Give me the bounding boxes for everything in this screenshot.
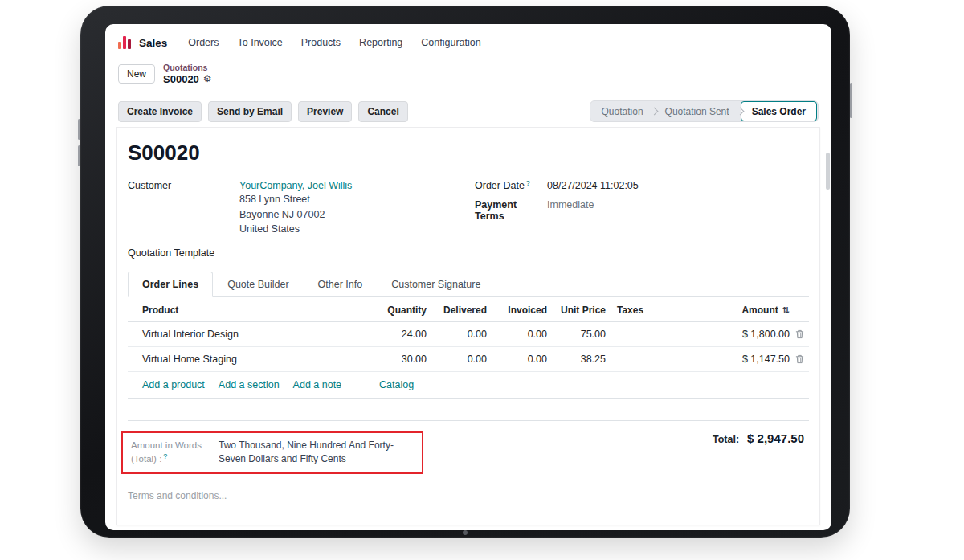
amount-in-words-highlight: Amount in Words (Total) :? Two Thousand,… [121,431,423,474]
volume-up-button [78,119,80,140]
amount-in-words-label: Amount in Words (Total) :? [131,439,209,467]
order-details-column: Order Date? 08/27/2024 11:02:05 Payment … [475,180,809,259]
add-note-link[interactable]: Add a note [293,379,341,390]
main-menu: Orders To Invoice Products Reporting Con… [188,37,480,48]
amount-in-words-value: Two Thousand, Nine Hundred And Forty-Sev… [219,439,414,467]
order-date-field: Order Date? 08/27/2024 11:02:05 [475,180,809,191]
total-value: $ 2,947.50 [747,431,804,445]
customer-address-line: Bayonne NJ 07002 [239,209,352,222]
payment-terms-field: Payment Terms Immediate [475,199,809,222]
order-total: Total: $ 2,947.50 [713,431,804,445]
customer-column: Customer YourCompany, Joel Willis 858 Ly… [128,180,475,259]
breadcrumb-quotations[interactable]: Quotations [163,63,212,73]
col-delivered[interactable]: Delivered [427,305,487,316]
app-switcher[interactable]: Sales [118,36,167,49]
add-section-link[interactable]: Add a section [219,379,280,390]
cell-quantity[interactable]: 30.00 [370,354,427,365]
help-icon[interactable]: ? [526,179,530,187]
order-line-row[interactable]: Virtual Interior Design 24.00 0.00 0.00 … [128,322,809,347]
app-window: Sales Orders To Invoice Products Reporti… [105,24,831,530]
status-sales-order[interactable]: Sales Order [741,101,817,121]
top-navbar: Sales Orders To Invoice Products Reporti… [105,24,831,61]
cell-amount: $ 1,147.50 [708,354,790,365]
breadcrumb-bar: New Quotations S00020 ⚙ [105,61,831,92]
cell-invoiced[interactable]: 0.00 [487,354,547,365]
cell-invoiced[interactable]: 0.00 [487,329,547,340]
menu-to-invoice[interactable]: To Invoice [237,37,282,48]
table-footer-links: Add a product Add a section Add a note C… [128,372,809,399]
cancel-button[interactable]: Cancel [358,101,407,122]
col-taxes[interactable]: Taxes [606,305,708,316]
col-amount[interactable]: Amount⇅ [708,305,790,316]
payment-terms-label: Payment Terms [475,199,547,222]
col-unit-price[interactable]: Unit Price [547,305,606,316]
volume-down-button [78,145,80,166]
breadcrumb-record-name: S00020 [163,73,199,86]
total-label: Total: [713,434,739,445]
customer-label: Customer [128,180,239,236]
order-info: Customer YourCompany, Joel Willis 858 Ly… [128,180,809,259]
customer-link[interactable]: YourCompany, Joel Willis [239,180,352,191]
create-invoice-button[interactable]: Create Invoice [118,101,202,122]
cell-product[interactable]: Virtual Interior Design [142,329,370,340]
status-quotation[interactable]: Quotation [591,106,654,117]
menu-products[interactable]: Products [301,37,341,48]
order-title: S00020 [128,141,809,166]
order-form-sheet: S00020 Customer YourCompany, Joel Willis… [116,127,820,525]
quotation-template-label: Quotation Template [128,247,239,259]
app-name[interactable]: Sales [139,37,167,49]
menu-orders[interactable]: Orders [188,37,219,48]
menu-configuration[interactable]: Configuration [421,37,480,48]
catalog-link[interactable]: Catalog [379,379,414,390]
order-date-label: Order Date? [475,180,547,191]
sales-app-icon [118,36,133,49]
customer-address-line: United States [239,223,352,236]
camera-dot-icon [463,530,468,535]
scrollbar-thumb[interactable] [826,153,830,190]
quotation-template-field[interactable]: Quotation Template [128,247,475,259]
payment-terms-value[interactable]: Immediate [547,199,594,222]
sort-icon[interactable]: ⇅ [782,305,790,316]
preview-button[interactable]: Preview [298,101,352,122]
menu-reporting[interactable]: Reporting [359,37,402,48]
terms-and-conditions-input[interactable]: Terms and conditions... [128,490,809,501]
page-background: Sales Orders To Invoice Products Reporti… [0,0,964,560]
breadcrumb-current: S00020 ⚙ [163,73,212,86]
tab-customer-signature[interactable]: Customer Signature [377,272,495,297]
order-line-row[interactable]: Virtual Home Staging 30.00 0.00 0.00 38.… [128,347,809,372]
gear-icon[interactable]: ⚙ [203,73,212,84]
delete-row-icon[interactable] [790,329,809,339]
status-quotation-sent[interactable]: Quotation Sent [655,106,740,117]
col-product[interactable]: Product [142,305,370,316]
new-button[interactable]: New [118,64,155,84]
power-button [850,83,852,118]
tab-other-info[interactable]: Other Info [304,272,378,297]
action-buttons: Create Invoice Send by Email Preview Can… [118,101,408,122]
delete-row-icon[interactable] [790,354,809,364]
totals-section: Amount in Words (Total) :? Two Thousand,… [128,431,809,474]
cell-amount: $ 1,800.00 [708,329,790,340]
table-header: Product Quantity Delivered Invoiced Unit… [128,297,809,322]
control-bar: Create Invoice Send by Email Preview Can… [105,100,831,122]
customer-address-line: 858 Lynn Street [239,194,352,206]
cell-unit-price[interactable]: 38.25 [547,354,606,365]
tab-order-lines[interactable]: Order Lines [128,272,213,297]
cell-delivered[interactable]: 0.00 [427,354,487,365]
send-by-email-button[interactable]: Send by Email [208,101,292,122]
tablet-frame: Sales Orders To Invoice Products Reporti… [80,6,850,538]
cell-quantity[interactable]: 24.00 [370,329,427,340]
col-quantity[interactable]: Quantity [370,305,427,316]
cell-delivered[interactable]: 0.00 [427,329,487,340]
add-product-link[interactable]: Add a product [142,379,205,390]
table-spacer [128,399,809,421]
customer-field: Customer YourCompany, Joel Willis 858 Ly… [128,180,475,236]
help-icon[interactable]: ? [163,452,167,460]
notebook-tabs: Order Lines Quote Builder Other Info Cus… [128,272,809,297]
cell-unit-price[interactable]: 75.00 [547,329,606,340]
order-lines-table: Product Quantity Delivered Invoiced Unit… [128,297,809,421]
col-invoiced[interactable]: Invoiced [487,305,547,316]
cell-product[interactable]: Virtual Home Staging [142,354,370,365]
customer-value: YourCompany, Joel Willis 858 Lynn Street… [239,180,352,236]
order-date-value[interactable]: 08/27/2024 11:02:05 [547,180,639,191]
tab-quote-builder[interactable]: Quote Builder [213,272,303,297]
